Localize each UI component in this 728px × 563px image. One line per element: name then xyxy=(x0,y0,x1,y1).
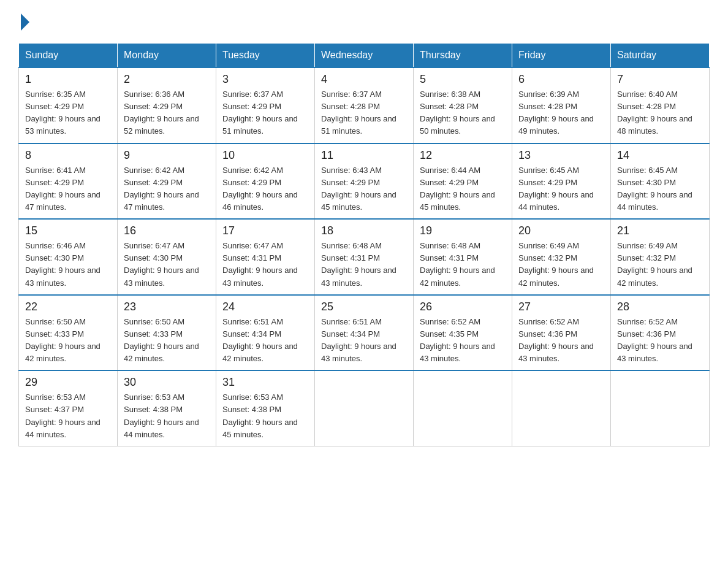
day-number: 19 xyxy=(420,224,506,237)
day-number: 14 xyxy=(617,149,703,162)
calendar-cell: 11Sunrise: 6:43 AMSunset: 4:29 PMDayligh… xyxy=(315,144,414,220)
calendar-cell: 8Sunrise: 6:41 AMSunset: 4:29 PMDaylight… xyxy=(19,144,118,220)
calendar-cell: 4Sunrise: 6:37 AMSunset: 4:28 PMDaylight… xyxy=(315,67,414,144)
day-info: Sunrise: 6:52 AMSunset: 4:36 PMDaylight:… xyxy=(518,316,604,366)
day-number: 31 xyxy=(222,376,308,389)
day-number: 17 xyxy=(222,224,308,237)
calendar-cell: 27Sunrise: 6:52 AMSunset: 4:36 PMDayligh… xyxy=(512,295,611,371)
day-info: Sunrise: 6:38 AMSunset: 4:28 PMDaylight:… xyxy=(420,88,506,138)
day-number: 18 xyxy=(321,224,407,237)
day-number: 15 xyxy=(25,224,111,237)
day-info: Sunrise: 6:36 AMSunset: 4:29 PMDaylight:… xyxy=(124,88,210,138)
day-info: Sunrise: 6:52 AMSunset: 4:35 PMDaylight:… xyxy=(420,316,506,366)
page-header xyxy=(18,12,710,31)
day-info: Sunrise: 6:42 AMSunset: 4:29 PMDaylight:… xyxy=(222,164,308,214)
calendar-cell: 31Sunrise: 6:53 AMSunset: 4:38 PMDayligh… xyxy=(216,370,315,446)
day-info: Sunrise: 6:40 AMSunset: 4:28 PMDaylight:… xyxy=(617,88,703,138)
calendar-cell: 25Sunrise: 6:51 AMSunset: 4:34 PMDayligh… xyxy=(315,295,414,371)
calendar-week-row: 22Sunrise: 6:50 AMSunset: 4:33 PMDayligh… xyxy=(19,295,710,371)
day-info: Sunrise: 6:52 AMSunset: 4:36 PMDaylight:… xyxy=(617,316,703,366)
calendar-cell: 22Sunrise: 6:50 AMSunset: 4:33 PMDayligh… xyxy=(19,295,118,371)
day-info: Sunrise: 6:45 AMSunset: 4:29 PMDaylight:… xyxy=(518,164,604,214)
weekday-header-thursday: Thursday xyxy=(414,44,512,68)
calendar-cell: 18Sunrise: 6:48 AMSunset: 4:31 PMDayligh… xyxy=(315,219,414,295)
day-number: 3 xyxy=(222,73,308,86)
day-info: Sunrise: 6:47 AMSunset: 4:31 PMDaylight:… xyxy=(222,240,308,289)
calendar-cell: 6Sunrise: 6:39 AMSunset: 4:28 PMDaylight… xyxy=(512,67,611,144)
day-number: 27 xyxy=(518,301,604,313)
day-number: 10 xyxy=(222,149,308,162)
day-info: Sunrise: 6:48 AMSunset: 4:31 PMDaylight:… xyxy=(321,240,407,289)
calendar-cell: 2Sunrise: 6:36 AMSunset: 4:29 PMDaylight… xyxy=(118,67,216,144)
calendar-cell: 10Sunrise: 6:42 AMSunset: 4:29 PMDayligh… xyxy=(216,144,315,220)
day-number: 24 xyxy=(222,301,308,313)
calendar-cell: 21Sunrise: 6:49 AMSunset: 4:32 PMDayligh… xyxy=(611,219,710,295)
calendar-cell: 23Sunrise: 6:50 AMSunset: 4:33 PMDayligh… xyxy=(118,295,216,371)
calendar-cell: 1Sunrise: 6:35 AMSunset: 4:29 PMDaylight… xyxy=(19,67,118,144)
calendar-cell: 19Sunrise: 6:48 AMSunset: 4:31 PMDayligh… xyxy=(414,219,512,295)
day-info: Sunrise: 6:44 AMSunset: 4:29 PMDaylight:… xyxy=(420,164,506,214)
calendar-cell: 17Sunrise: 6:47 AMSunset: 4:31 PMDayligh… xyxy=(216,219,315,295)
calendar-header-row: SundayMondayTuesdayWednesdayThursdayFrid… xyxy=(19,44,710,68)
day-info: Sunrise: 6:50 AMSunset: 4:33 PMDaylight:… xyxy=(25,316,111,366)
day-number: 25 xyxy=(321,301,407,313)
day-info: Sunrise: 6:35 AMSunset: 4:29 PMDaylight:… xyxy=(25,88,111,138)
day-number: 13 xyxy=(518,149,604,162)
calendar-cell: 29Sunrise: 6:53 AMSunset: 4:37 PMDayligh… xyxy=(19,370,118,446)
day-number: 30 xyxy=(124,376,210,389)
day-number: 7 xyxy=(617,73,703,86)
day-number: 8 xyxy=(25,149,111,162)
calendar-cell: 28Sunrise: 6:52 AMSunset: 4:36 PMDayligh… xyxy=(611,295,710,371)
calendar-week-row: 8Sunrise: 6:41 AMSunset: 4:29 PMDaylight… xyxy=(19,144,710,220)
day-info: Sunrise: 6:46 AMSunset: 4:30 PMDaylight:… xyxy=(25,240,111,289)
day-number: 20 xyxy=(518,224,604,237)
weekday-header-wednesday: Wednesday xyxy=(315,44,414,68)
day-info: Sunrise: 6:53 AMSunset: 4:37 PMDaylight:… xyxy=(25,391,111,441)
calendar-cell: 14Sunrise: 6:45 AMSunset: 4:30 PMDayligh… xyxy=(611,144,710,220)
calendar-cell: 30Sunrise: 6:53 AMSunset: 4:38 PMDayligh… xyxy=(118,370,216,446)
day-number: 22 xyxy=(25,301,111,313)
day-info: Sunrise: 6:50 AMSunset: 4:33 PMDaylight:… xyxy=(124,316,210,366)
day-info: Sunrise: 6:49 AMSunset: 4:32 PMDaylight:… xyxy=(617,240,703,289)
weekday-header-tuesday: Tuesday xyxy=(216,44,315,68)
day-info: Sunrise: 6:43 AMSunset: 4:29 PMDaylight:… xyxy=(321,164,407,214)
day-info: Sunrise: 6:47 AMSunset: 4:30 PMDaylight:… xyxy=(124,240,210,289)
weekday-header-saturday: Saturday xyxy=(611,44,710,68)
calendar-cell: 15Sunrise: 6:46 AMSunset: 4:30 PMDayligh… xyxy=(19,219,118,295)
day-info: Sunrise: 6:49 AMSunset: 4:32 PMDaylight:… xyxy=(518,240,604,289)
calendar-week-row: 1Sunrise: 6:35 AMSunset: 4:29 PMDaylight… xyxy=(19,67,710,144)
day-number: 26 xyxy=(420,301,506,313)
day-info: Sunrise: 6:53 AMSunset: 4:38 PMDaylight:… xyxy=(124,391,210,441)
day-number: 28 xyxy=(617,301,703,313)
calendar-table: SundayMondayTuesdayWednesdayThursdayFrid… xyxy=(18,43,710,446)
calendar-week-row: 29Sunrise: 6:53 AMSunset: 4:37 PMDayligh… xyxy=(19,370,710,446)
day-info: Sunrise: 6:51 AMSunset: 4:34 PMDaylight:… xyxy=(321,316,407,366)
calendar-cell: 16Sunrise: 6:47 AMSunset: 4:30 PMDayligh… xyxy=(118,219,216,295)
calendar-cell: 9Sunrise: 6:42 AMSunset: 4:29 PMDaylight… xyxy=(118,144,216,220)
weekday-header-friday: Friday xyxy=(512,44,611,68)
day-info: Sunrise: 6:41 AMSunset: 4:29 PMDaylight:… xyxy=(25,164,111,214)
day-number: 1 xyxy=(25,73,111,86)
calendar-cell xyxy=(315,370,414,446)
day-number: 5 xyxy=(420,73,506,86)
logo-arrow-icon xyxy=(21,13,29,31)
logo xyxy=(18,12,29,31)
calendar-cell xyxy=(512,370,611,446)
day-number: 9 xyxy=(124,149,210,162)
day-info: Sunrise: 6:37 AMSunset: 4:28 PMDaylight:… xyxy=(321,88,407,138)
weekday-header-monday: Monday xyxy=(118,44,216,68)
day-info: Sunrise: 6:51 AMSunset: 4:34 PMDaylight:… xyxy=(222,316,308,366)
calendar-cell: 5Sunrise: 6:38 AMSunset: 4:28 PMDaylight… xyxy=(414,67,512,144)
weekday-header-sunday: Sunday xyxy=(19,44,118,68)
calendar-week-row: 15Sunrise: 6:46 AMSunset: 4:30 PMDayligh… xyxy=(19,219,710,295)
day-number: 16 xyxy=(124,224,210,237)
calendar-cell: 24Sunrise: 6:51 AMSunset: 4:34 PMDayligh… xyxy=(216,295,315,371)
day-number: 12 xyxy=(420,149,506,162)
calendar-cell: 7Sunrise: 6:40 AMSunset: 4:28 PMDaylight… xyxy=(611,67,710,144)
day-number: 6 xyxy=(518,73,604,86)
day-number: 11 xyxy=(321,149,407,162)
calendar-cell: 26Sunrise: 6:52 AMSunset: 4:35 PMDayligh… xyxy=(414,295,512,371)
day-info: Sunrise: 6:48 AMSunset: 4:31 PMDaylight:… xyxy=(420,240,506,289)
calendar-cell xyxy=(414,370,512,446)
day-info: Sunrise: 6:53 AMSunset: 4:38 PMDaylight:… xyxy=(222,391,308,441)
